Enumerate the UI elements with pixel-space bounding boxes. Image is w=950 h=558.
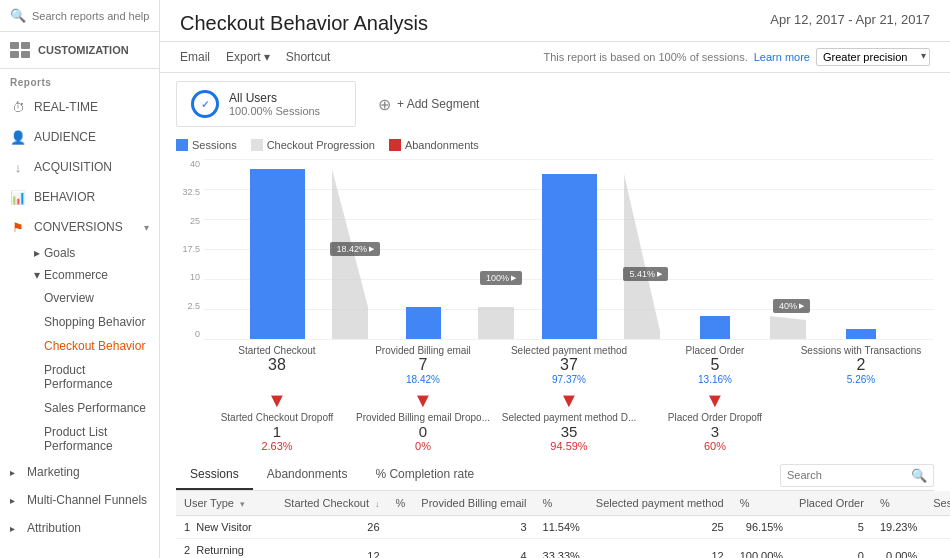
- row-1-placed: 5: [791, 516, 872, 539]
- dropoff-value-4: 3: [642, 423, 788, 440]
- stage-value-5: 2: [790, 356, 932, 374]
- multichannel-item[interactable]: ▸ Multi-Channel Funnels: [0, 486, 159, 514]
- stage-5: [788, 159, 934, 339]
- data-table: User Type ▾ Started Checkout ↓ % Provide…: [176, 491, 950, 558]
- bar-3: [542, 174, 597, 339]
- segment-pct: 100.00% Sessions: [229, 105, 320, 117]
- email-button[interactable]: Email: [180, 50, 210, 64]
- dropoff-label-1: Started Checkout Dropoff: [204, 412, 350, 423]
- stage-value-1: 38: [206, 356, 348, 374]
- col-header-pct-3: %: [732, 491, 791, 516]
- all-users-segment[interactable]: ✓ All Users 100.00% Sessions: [176, 81, 356, 127]
- table-search-icon[interactable]: 🔍: [911, 468, 927, 483]
- row-1-started: 26: [276, 516, 388, 539]
- shortcut-button[interactable]: Shortcut: [286, 50, 331, 64]
- precision-select[interactable]: Greater precision Faster processing: [816, 48, 930, 66]
- ecommerce-group[interactable]: ▾Ecommerce Overview Shopping Behavior Ch…: [0, 264, 159, 458]
- row-1-user-type: New Visitor: [196, 521, 251, 533]
- multichannel-label: Multi-Channel Funnels: [27, 493, 147, 507]
- abandonment-legend-box: [389, 139, 401, 151]
- stage-label-5: Sessions with Transactions 2 5.26%: [788, 345, 934, 385]
- table-search-input[interactable]: [787, 469, 907, 481]
- sidebar-item-conversions[interactable]: ⚑ CONVERSIONS ▾: [0, 212, 159, 242]
- export-button[interactable]: Export ▾: [226, 50, 270, 64]
- conversions-label: CONVERSIONS: [34, 220, 123, 234]
- main-content: Checkout Behavior Analysis Apr 12, 2017 …: [160, 0, 950, 558]
- product-list-item[interactable]: Product List Performance: [44, 420, 159, 458]
- marketing-item[interactable]: ▸ Marketing: [0, 458, 159, 486]
- checkout-behavior-item[interactable]: Checkout Behavior: [44, 334, 159, 358]
- sidebar-item-behavior[interactable]: 📊 BEHAVIOR: [0, 182, 159, 212]
- dropoff-pct-4: 60%: [642, 440, 788, 452]
- shopping-behavior-item[interactable]: Shopping Behavior: [44, 310, 159, 334]
- row-2-pct-1: [388, 539, 414, 559]
- search-bar[interactable]: 🔍: [0, 0, 159, 32]
- dropoff-label-3: Selected payment method D...: [496, 412, 642, 423]
- dropoff-label-4: Placed Order Dropoff: [642, 412, 788, 423]
- dropoff-4: ▼ Placed Order Dropoff 3 60%: [642, 389, 788, 452]
- stage-3: 5.41% ▶: [496, 159, 642, 339]
- row-2-pct-2: 33.33%: [535, 539, 588, 559]
- goals-expand: ▸: [34, 246, 40, 260]
- dropoff-value-2: 0: [350, 423, 496, 440]
- row-1-pct-1: [388, 516, 414, 539]
- acquisition-label: ACQUISITION: [34, 160, 112, 174]
- checkout-legend: Checkout Progression: [251, 139, 375, 151]
- export-dropdown-icon: ▾: [264, 50, 270, 64]
- marketing-label: Marketing: [27, 465, 80, 479]
- col-header-placed[interactable]: Placed Order: [791, 491, 872, 516]
- attribution-label: Attribution: [27, 521, 81, 535]
- sort-icon: ▾: [240, 499, 245, 509]
- y-axis: 40 32.5 25 17.5 10 2.5 0: [176, 159, 204, 339]
- customization-label: CUSTOMIZATION: [38, 44, 129, 56]
- stage-label-4: Placed Order 5 13.16%: [642, 345, 788, 385]
- attribution-item[interactable]: ▸ Attribution: [0, 514, 159, 542]
- customization-item[interactable]: CUSTOMIZATION: [0, 32, 159, 69]
- learn-more-link[interactable]: Learn more: [754, 51, 810, 63]
- connector-2: [478, 307, 514, 339]
- dropoff-pct-2: 0%: [350, 440, 496, 452]
- stage-name-2: Provided Billing email: [352, 345, 494, 356]
- add-segment-label: + Add Segment: [397, 97, 479, 111]
- dropoff-value-1: 1: [204, 423, 350, 440]
- tab-abandonments[interactable]: Abandonments: [253, 460, 362, 490]
- col-header-pct-4: %: [872, 491, 925, 516]
- dropoff-2: ▼ Provided Billing email Dropo... 0 0%: [350, 389, 496, 452]
- col-header-transactions[interactable]: Sessions with Transactions: [925, 491, 950, 516]
- tab-sessions[interactable]: Sessions: [176, 460, 253, 490]
- row-2-pct-3: 100.00%: [732, 539, 791, 559]
- dropoff-1: ▼ Started Checkout Dropoff 1 2.63%: [204, 389, 350, 452]
- sales-performance-item[interactable]: Sales Performance: [44, 396, 159, 420]
- col-header-billing[interactable]: Provided Billing email: [413, 491, 534, 516]
- search-input[interactable]: [32, 10, 149, 22]
- tabs-left: Sessions Abandonments % Completion rate: [176, 460, 488, 490]
- toolbar: Email Export ▾ Shortcut This report is b…: [160, 42, 950, 73]
- sidebar-item-audience[interactable]: 👤 AUDIENCE: [0, 122, 159, 152]
- stage-value-4: 5: [644, 356, 786, 374]
- sidebar: 🔍 CUSTOMIZATION Reports ⏱ REAL-TIME 👤 AU…: [0, 0, 160, 558]
- page-title: Checkout Behavior Analysis: [180, 12, 428, 35]
- tab-completion-rate[interactable]: % Completion rate: [361, 460, 488, 490]
- goals-item[interactable]: ▸Goals: [0, 242, 159, 264]
- checkout-legend-box: [251, 139, 263, 151]
- product-performance-item[interactable]: Product Performance: [44, 358, 159, 396]
- audience-icon: 👤: [10, 129, 26, 145]
- col-header-payment[interactable]: Selected payment method: [588, 491, 732, 516]
- legend: Sessions Checkout Progression Abandonmen…: [176, 139, 934, 151]
- abandonment-legend-label: Abandonments: [405, 139, 479, 151]
- sidebar-item-acquisition[interactable]: ↓ ACQUISITION: [0, 152, 159, 182]
- page-header: Checkout Behavior Analysis Apr 12, 2017 …: [160, 0, 950, 42]
- abandonment-legend: Abandonments: [389, 139, 479, 151]
- bar-5: [846, 329, 876, 339]
- add-segment-button[interactable]: ⊕ + Add Segment: [366, 81, 491, 127]
- sidebar-item-realtime[interactable]: ⏱ REAL-TIME: [0, 92, 159, 122]
- col-header-user-type[interactable]: User Type ▾: [176, 491, 276, 516]
- table-row: 1 New Visitor 26 3 11.54% 25 96.15% 5 19…: [176, 516, 950, 539]
- svg-marker-2: [624, 174, 660, 339]
- overview-item[interactable]: Overview: [44, 286, 159, 310]
- stage-1: 18.42% ▶: [204, 159, 350, 339]
- connector-badge-4: 40% ▶: [773, 299, 810, 313]
- col-header-started[interactable]: Started Checkout ↓: [276, 491, 388, 516]
- row-1-num: 1 New Visitor: [176, 516, 276, 539]
- ecommerce-label[interactable]: ▾Ecommerce: [34, 264, 159, 286]
